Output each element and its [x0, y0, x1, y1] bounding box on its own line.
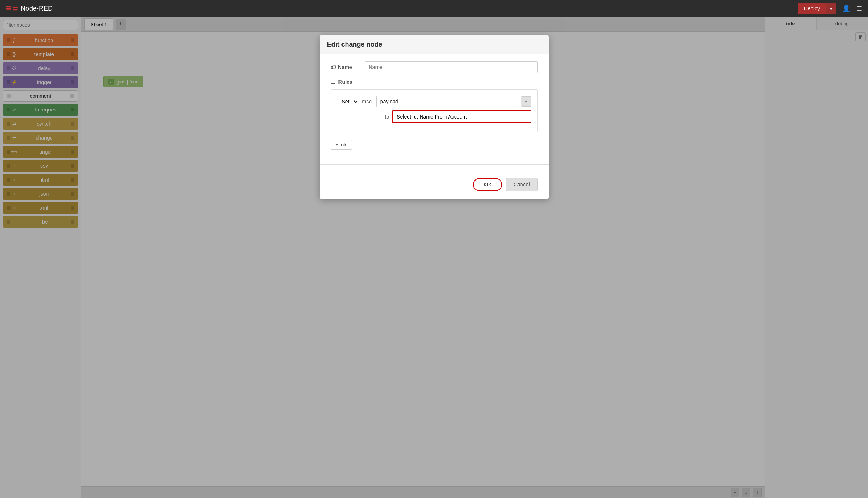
name-input[interactable]: [365, 61, 538, 73]
cancel-button[interactable]: Cancel: [506, 178, 538, 191]
name-label: 🏷 Name: [331, 64, 360, 70]
topbar-left: Node-RED: [6, 5, 53, 13]
svg-rect-2: [13, 7, 18, 8]
name-row: 🏷 Name: [331, 61, 538, 73]
user-icon[interactable]: 👤: [842, 4, 850, 13]
modal-footer: Ok Cancel: [320, 172, 549, 199]
topbar: Node-RED Deploy ▾ 👤 ☰: [0, 0, 868, 17]
rule-row-1: Set msg. ×: [337, 96, 531, 107]
rule-delete-button[interactable]: ×: [521, 96, 531, 107]
rule-field-input[interactable]: [376, 96, 518, 107]
modal-title: Edit change node: [320, 35, 549, 54]
svg-rect-3: [13, 9, 18, 10]
to-row: to SOQL文字列を入力: [385, 110, 531, 123]
edit-change-node-modal: Edit change node 🏷 Name ☰ Rules Set: [320, 35, 549, 199]
to-input[interactable]: [392, 110, 531, 123]
ok-button[interactable]: Ok: [473, 178, 502, 191]
nodered-logo-icon: [6, 5, 18, 12]
logo: Node-RED: [6, 5, 53, 13]
rules-area: Set msg. × to SOQL文字列を入力: [331, 89, 538, 132]
deploy-button[interactable]: Deploy: [798, 3, 826, 14]
app-title: Node-RED: [21, 5, 53, 13]
modal-divider: [320, 164, 549, 165]
add-rule-button[interactable]: + rule: [331, 140, 353, 150]
name-tag-icon: 🏷: [331, 64, 336, 70]
menu-icon[interactable]: ☰: [856, 4, 862, 13]
svg-rect-0: [6, 6, 11, 7]
modal-overlay: Edit change node 🏷 Name ☰ Rules Set: [0, 17, 868, 498]
topbar-right: Deploy ▾ 👤 ☰: [798, 3, 862, 14]
rule-prefix: msg.: [362, 99, 373, 104]
rules-icon: ☰: [331, 79, 336, 85]
svg-rect-1: [6, 8, 11, 10]
modal-body: 🏷 Name ☰ Rules Set msg. ×: [320, 54, 549, 157]
rule-set-select[interactable]: Set: [337, 96, 359, 107]
to-label: to: [385, 114, 389, 120]
deploy-button-group[interactable]: Deploy ▾: [798, 3, 836, 14]
deploy-dropdown-button[interactable]: ▾: [826, 3, 836, 14]
rules-header: ☰ Rules: [331, 79, 538, 85]
